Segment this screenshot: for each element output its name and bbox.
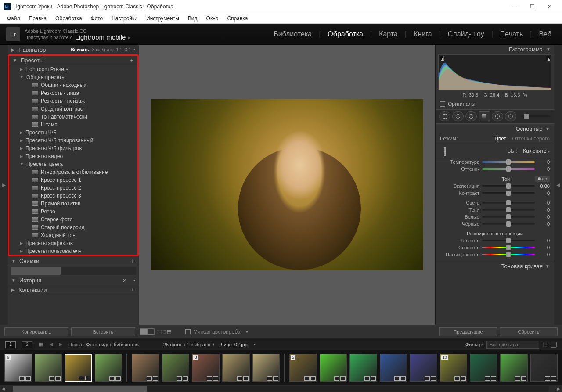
whites-slider[interactable]: Белые0: [436, 213, 554, 220]
filmstrip-thumbnail[interactable]: [320, 354, 347, 382]
menu-Вид[interactable]: Вид: [184, 14, 202, 23]
filmstrip-thumbnail[interactable]: [95, 354, 122, 382]
filmstrip-thumbnail[interactable]: [500, 354, 528, 382]
module-Обработка[interactable]: Обработка: [323, 29, 367, 40]
filmstrip-thumbnail[interactable]: [162, 354, 190, 382]
maximize-button[interactable]: ☐: [523, 0, 541, 13]
collections-header[interactable]: ▶Коллекции＋: [8, 285, 139, 295]
basic-section-header[interactable]: Основные▼: [436, 123, 554, 134]
preset-item[interactable]: Прямой позитив: [17, 200, 137, 208]
preset-item[interactable]: Резкость - пейзаж: [17, 97, 137, 105]
image-canvas[interactable]: [139, 45, 436, 325]
folder-path[interactable]: Фото-видео библиотека: [86, 342, 140, 347]
filmstrip-thumbnail[interactable]: [65, 354, 92, 382]
loupe-view-icon[interactable]: [140, 329, 147, 335]
preset-item[interactable]: Игнорировать отбеливание: [17, 168, 137, 176]
add-preset-button[interactable]: ＋: [129, 57, 134, 64]
originals-checkbox[interactable]: Оригиналы: [436, 99, 554, 109]
preset-item[interactable]: Штамп: [17, 121, 137, 129]
vibrance-slider[interactable]: Сочность0: [436, 244, 554, 251]
filmstrip-thumbnail[interactable]: 3: [192, 354, 220, 382]
module-Слайд-шоу[interactable]: Слайд-шоу: [443, 29, 489, 40]
shadow-clip-icon[interactable]: ▲: [440, 56, 444, 60]
paste-button[interactable]: Вставить: [71, 327, 135, 336]
highlight-clip-icon[interactable]: ▲: [546, 56, 550, 60]
filmstrip-thumbnail[interactable]: [35, 354, 62, 382]
module-Печать[interactable]: Печать: [496, 29, 527, 40]
forward-icon[interactable]: ▶: [59, 342, 62, 347]
module-Веб[interactable]: Веб: [534, 29, 556, 40]
radial-filter-button[interactable]: [492, 111, 503, 121]
auto-tone-button[interactable]: Авто: [535, 176, 550, 182]
preset-group-Пресеты Ч/Б[interactable]: ▶Пресеты Ч/Б: [17, 129, 137, 137]
preset-item[interactable]: Средний контраст: [17, 105, 137, 113]
brush-tool-button[interactable]: [505, 111, 516, 121]
wb-dropdown[interactable]: Как снято: [523, 148, 546, 154]
filmstrip-thumbnail[interactable]: [410, 354, 437, 382]
preset-item[interactable]: Кросс-процесс 2: [17, 184, 137, 192]
mode-color[interactable]: Цвет: [494, 136, 506, 142]
clear-history-icon[interactable]: ✕: [122, 277, 127, 284]
menu-Инструменты[interactable]: Инструменты: [142, 14, 184, 23]
preset-item[interactable]: Кросс-процесс 1: [17, 176, 137, 184]
preset-group-Пресеты видео[interactable]: ▶Пресеты видео: [17, 152, 137, 160]
softproof-checkbox[interactable]: Мягкая цветопроба: [185, 329, 240, 335]
compare-view-icon[interactable]: [147, 329, 154, 335]
filmstrip-thumbnail[interactable]: [530, 354, 558, 382]
filter-lock-icon[interactable]: ⬚: [543, 342, 547, 347]
previous-button[interactable]: Предыдущие: [439, 327, 497, 336]
left-collapse-button[interactable]: ▶: [0, 45, 8, 325]
menu-Файл[interactable]: Файл: [3, 14, 25, 23]
close-button[interactable]: ✕: [541, 0, 558, 13]
filter-dropdown[interactable]: Без фильтра: [486, 341, 539, 349]
tone-curve-header[interactable]: Тоновая кривая▼: [436, 261, 554, 271]
preset-item[interactable]: Старый поляроид: [17, 223, 137, 231]
preset-group-Пресеты Ч/Б тонированный[interactable]: ▶Пресеты Ч/Б тонированный: [17, 137, 137, 144]
identity-mobile[interactable]: Lightroom mobile: [75, 34, 126, 40]
secondary-display-button[interactable]: 2: [22, 341, 32, 348]
reset-button[interactable]: Сбросить: [500, 327, 558, 336]
filmstrip-thumbnail[interactable]: [132, 354, 159, 382]
filter-switch-icon[interactable]: [551, 342, 557, 348]
primary-display-button[interactable]: 1: [5, 341, 16, 348]
contrast-slider[interactable]: Контраст0: [436, 190, 554, 197]
preset-item[interactable]: Общий - исходный: [17, 81, 137, 89]
highlights-slider[interactable]: Света0: [436, 199, 554, 206]
menu-Обработка[interactable]: Обработка: [51, 14, 86, 23]
filmstrip-scrollbar[interactable]: ◀▶: [0, 385, 562, 392]
blacks-slider[interactable]: Чёрные0: [436, 220, 554, 227]
crop-tool-button[interactable]: [439, 111, 450, 121]
tint-slider[interactable]: Оттенок0: [436, 165, 554, 173]
right-collapse-button[interactable]: ◀: [554, 45, 562, 325]
menu-Окно[interactable]: Окно: [202, 14, 223, 23]
filmstrip-thumbnail[interactable]: [380, 354, 407, 382]
minimize-button[interactable]: ─: [506, 0, 523, 13]
grad-filter-button[interactable]: [479, 111, 490, 121]
grid-icon[interactable]: ▦: [39, 342, 43, 347]
redeye-tool-button[interactable]: [465, 111, 477, 121]
mask-slider[interactable]: [521, 115, 551, 117]
before-after-lr-icon[interactable]: ⬚⬚: [157, 329, 166, 334]
saturation-slider[interactable]: Насыщенность0: [436, 251, 554, 258]
module-Библиотека[interactable]: Библиотека: [269, 29, 316, 40]
preset-group-Пресеты эффектов[interactable]: ▶Пресеты эффектов: [17, 239, 137, 247]
preset-group-Lightroom Presets[interactable]: ▶Lightroom Presets: [17, 65, 137, 73]
menu-Настройки[interactable]: Настройки: [107, 14, 142, 23]
preset-item[interactable]: Кросс-процесс 3: [17, 192, 137, 200]
histogram-display[interactable]: ▲ ▲: [438, 54, 551, 90]
copy-button[interactable]: Копировать...: [4, 327, 68, 336]
menu-Фото[interactable]: Фото: [86, 14, 108, 23]
navigator-zoom-options[interactable]: Вписать Заполнить 1:1 3:1 ▾: [71, 47, 135, 52]
preset-group-Пресеты цвета[interactable]: ▼Пресеты цвета: [17, 160, 137, 168]
shadows-slider[interactable]: Тени0: [436, 206, 554, 213]
preset-group-Пресеты Ч/Б фильтров[interactable]: ▶Пресеты Ч/Б фильтров: [17, 144, 137, 152]
filmstrip-thumbnail[interactable]: [349, 354, 377, 382]
preset-item[interactable]: Резкость - лица: [17, 89, 137, 97]
filmstrip-thumbnail[interactable]: [470, 354, 497, 382]
clarity-slider[interactable]: Чёткость0: [436, 237, 554, 244]
histogram-header[interactable]: Гистограмма▼: [436, 45, 554, 54]
module-Карта[interactable]: Карта: [375, 29, 402, 40]
toolbar-menu-icon[interactable]: ▼: [245, 329, 249, 334]
preset-item[interactable]: Холодный тон: [17, 231, 137, 239]
mode-gray[interactable]: Оттенки серого: [512, 136, 550, 142]
